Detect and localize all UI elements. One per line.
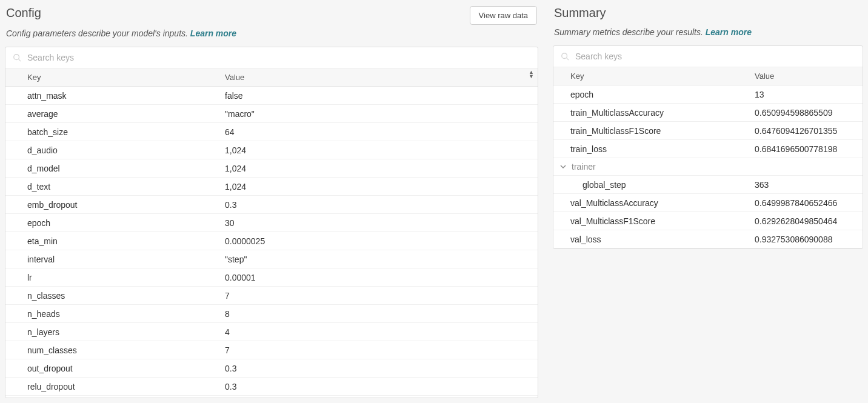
- table-row[interactable]: val_loss0.932753086090088: [553, 230, 863, 248]
- cell-value: 0.6499987840652466: [747, 195, 863, 211]
- group-label: trainer: [572, 162, 596, 172]
- cell-key: eta_min: [5, 233, 218, 250]
- cell-value: "step": [218, 251, 538, 268]
- cell-value: 8: [218, 305, 538, 322]
- svg-line-3: [567, 58, 569, 61]
- cell-key: attn_mask: [5, 87, 218, 104]
- cell-value: 0.0000025: [218, 233, 538, 250]
- group-row-trainer[interactable]: trainer: [553, 158, 863, 176]
- svg-line-1: [19, 59, 21, 62]
- cell-key: n_classes: [5, 287, 218, 304]
- cell-key: train_loss: [553, 141, 747, 158]
- summary-title: Summary: [554, 6, 606, 20]
- table-row[interactable]: train_loss0.6841696500778198: [553, 140, 863, 158]
- cell-key: train_MulticlassAccuracy: [553, 104, 747, 121]
- summary-learn-more-link[interactable]: Learn more: [706, 27, 752, 37]
- cell-value: 0.650994598865509: [747, 104, 863, 121]
- table-row[interactable]: num_classes7: [5, 341, 538, 359]
- table-row[interactable]: global_step363: [553, 176, 863, 194]
- cell-value: 0.6476094126701355: [747, 122, 863, 139]
- table-row[interactable]: attn_maskfalse: [5, 87, 538, 105]
- config-search-input[interactable]: [26, 52, 530, 63]
- cell-value: 1,024: [218, 178, 538, 195]
- cell-key: epoch: [5, 215, 218, 231]
- table-row[interactable]: epoch13: [553, 85, 863, 104]
- view-raw-data-button[interactable]: View raw data: [470, 6, 537, 25]
- cell-key: n_layers: [5, 324, 218, 341]
- table-row[interactable]: n_layers4: [5, 323, 538, 341]
- table-row[interactable]: train_MulticlassF1Score0.647609412670135…: [553, 122, 863, 140]
- cell-value: 1,024: [218, 160, 538, 177]
- table-row[interactable]: relu_dropout0.3: [5, 378, 538, 396]
- cell-value: 7: [218, 342, 538, 359]
- cell-value: 13: [747, 86, 863, 103]
- cell-key: epoch: [553, 86, 747, 103]
- table-row[interactable]: res_dropout0.3: [5, 396, 538, 398]
- cell-value: 30: [218, 215, 538, 231]
- cell-value: 0.932753086090088: [747, 231, 863, 248]
- cell-value: 4: [218, 324, 538, 341]
- svg-point-0: [14, 55, 19, 60]
- cell-key: relu_dropout: [5, 378, 218, 395]
- summary-search-input[interactable]: [574, 51, 855, 62]
- config-learn-more-link[interactable]: Learn more: [190, 28, 236, 38]
- table-row[interactable]: train_MulticlassAccuracy0.65099459886550…: [553, 104, 863, 122]
- cell-key: out_dropout: [5, 360, 218, 377]
- summary-table-body[interactable]: epoch13train_MulticlassAccuracy0.6509945…: [553, 85, 863, 248]
- cell-key: interval: [5, 251, 218, 268]
- table-row[interactable]: val_MulticlassAccuracy0.6499987840652466: [553, 194, 863, 212]
- config-table-body[interactable]: attn_maskfalseaverage"macro"batch_size64…: [5, 87, 538, 398]
- cell-key: val_MulticlassF1Score: [553, 213, 747, 230]
- table-row[interactable]: batch_size64: [5, 123, 538, 141]
- table-row[interactable]: n_classes7: [5, 287, 538, 305]
- chevron-down-icon: [559, 163, 567, 170]
- table-row[interactable]: out_dropout0.3: [5, 359, 538, 378]
- cell-key: average: [5, 105, 218, 122]
- cell-value: 0.6292628049850464: [747, 213, 863, 230]
- table-row[interactable]: d_text1,024: [5, 178, 538, 196]
- cell-value: 0.6841696500778198: [747, 141, 863, 158]
- cell-key: n_heads: [5, 305, 218, 322]
- table-row[interactable]: val_MulticlassF1Score0.6292628049850464: [553, 212, 863, 230]
- cell-key: d_model: [5, 160, 218, 177]
- summary-subtitle: Summary metrics describe your results. L…: [554, 27, 863, 37]
- cell-key: d_text: [5, 178, 218, 195]
- search-icon: [13, 53, 21, 62]
- summary-subtitle-text: Summary metrics describe your results.: [554, 27, 706, 37]
- table-row[interactable]: average"macro": [5, 105, 538, 123]
- svg-point-2: [562, 53, 567, 59]
- table-row[interactable]: n_heads8: [5, 305, 538, 323]
- table-row[interactable]: emb_dropout0.3: [5, 196, 538, 214]
- config-col-key[interactable]: Key: [5, 68, 218, 86]
- config-table-header: Key Value ▲▼: [5, 68, 538, 87]
- summary-col-key[interactable]: Key: [553, 67, 747, 85]
- config-panel: Config View raw data Config parameters d…: [5, 4, 538, 399]
- sort-indicator-icon[interactable]: ▲▼: [529, 70, 534, 79]
- summary-table-header: Key Value: [553, 67, 863, 85]
- table-row[interactable]: d_audio1,024: [5, 141, 538, 159]
- summary-table-card: Key Value epoch13train_MulticlassAccurac…: [553, 45, 863, 249]
- cell-value: 1,024: [218, 142, 538, 159]
- table-row[interactable]: interval"step": [5, 250, 538, 268]
- config-table-card: Key Value ▲▼ attn_maskfalseaverage"macro…: [5, 47, 538, 398]
- table-row[interactable]: epoch30: [5, 214, 538, 232]
- config-col-value[interactable]: Value: [218, 68, 538, 86]
- config-title: Config: [6, 6, 41, 20]
- cell-value: false: [218, 87, 538, 104]
- table-row[interactable]: eta_min0.0000025: [5, 232, 538, 250]
- summary-col-value[interactable]: Value: [747, 67, 863, 85]
- cell-key: d_audio: [5, 142, 218, 159]
- cell-value: 0.3: [218, 396, 538, 398]
- cell-value: 0.3: [218, 196, 538, 213]
- config-search-row: [5, 47, 538, 68]
- cell-value: 7: [218, 287, 538, 304]
- search-icon: [561, 52, 569, 61]
- cell-key: res_dropout: [5, 396, 218, 398]
- summary-search-row: [553, 46, 863, 67]
- cell-key: num_classes: [5, 342, 218, 359]
- table-row[interactable]: d_model1,024: [5, 159, 538, 178]
- cell-value: 64: [218, 124, 538, 141]
- cell-value: "macro": [218, 105, 538, 122]
- cell-value: 0.3: [218, 360, 538, 377]
- table-row[interactable]: lr0.00001: [5, 268, 538, 287]
